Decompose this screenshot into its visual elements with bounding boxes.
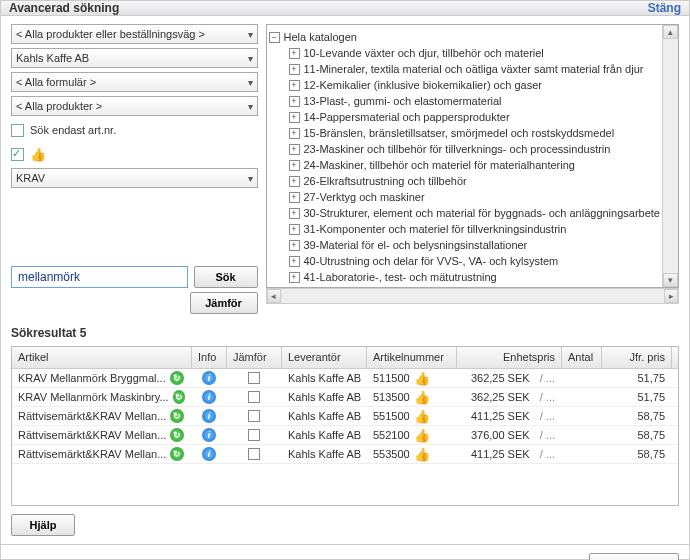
cell-compare[interactable]	[227, 448, 282, 460]
expand-icon[interactable]: +	[289, 128, 300, 139]
tree-item-label: 40-Utrustning och delar för VVS-, VA- oc…	[304, 255, 559, 267]
tree-item[interactable]: +11-Mineraler, textila material och oätl…	[269, 61, 661, 77]
artnr-only-label: Sök endast art.nr.	[30, 124, 116, 136]
compare-checkbox[interactable]	[248, 391, 260, 403]
tree-item[interactable]: +23-Maskiner och tillbehör för tillverkn…	[269, 141, 661, 157]
tree-root[interactable]: − Hela katalogen	[269, 29, 661, 45]
cell-info[interactable]: i	[192, 390, 227, 404]
expand-icon[interactable]: +	[289, 112, 300, 123]
tree-item[interactable]: +30-Strukturer, element och material för…	[269, 205, 661, 221]
thumb-up-icon: 👍	[414, 428, 430, 443]
col-qty[interactable]: Antal	[562, 347, 602, 368]
search-button[interactable]: Sök	[194, 266, 258, 288]
expand-icon[interactable]: +	[289, 208, 300, 219]
tree-item[interactable]: +40-Utrustning och delar för VVS-, VA- o…	[269, 253, 661, 269]
col-article[interactable]: Artikel	[12, 347, 192, 368]
status-green-icon: ↻	[173, 390, 185, 404]
tree-item[interactable]: +12-Kemikalier (inklusive biokemikalier)…	[269, 77, 661, 93]
compare-checkbox[interactable]	[248, 448, 260, 460]
tree-item[interactable]: +26-Elkraftsutrustning och tillbehör	[269, 173, 661, 189]
table-row[interactable]: KRAV Mellanmörk Bryggmal...↻iKahls Kaffe…	[12, 369, 678, 388]
expand-icon[interactable]: +	[289, 96, 300, 107]
scroll-up-icon[interactable]: ▴	[663, 25, 678, 39]
filter-keyword-select[interactable]: KRAV▾	[11, 168, 258, 188]
cell-info[interactable]: i	[192, 409, 227, 423]
filter-product-path-select[interactable]: < Alla produkter eller beställningsväg >…	[11, 24, 258, 44]
filter-product-path-value: < Alla produkter eller beställningsväg >	[16, 28, 205, 40]
filter-products-select[interactable]: < Alla produkter >▾	[11, 96, 258, 116]
cell-refprice: 58,75	[602, 429, 672, 441]
expand-icon[interactable]: +	[289, 160, 300, 171]
thumb-up-icon: 👍	[414, 390, 430, 405]
tree-item-label: 26-Elkraftsutrustning och tillbehör	[304, 175, 467, 187]
search-input[interactable]	[11, 266, 188, 288]
expand-icon[interactable]: +	[289, 224, 300, 235]
status-green-icon: ↻	[170, 371, 184, 385]
help-button[interactable]: Hjälp	[11, 514, 75, 536]
expand-icon[interactable]: +	[289, 80, 300, 91]
expand-icon[interactable]: +	[289, 256, 300, 267]
filter-supplier-value: Kahls Kaffe AB	[16, 52, 89, 64]
filter-panel: < Alla produkter eller beställningsväg >…	[11, 24, 258, 314]
cell-info[interactable]: i	[192, 447, 227, 461]
compare-checkbox[interactable]	[248, 372, 260, 384]
tree-item[interactable]: +31-Komponenter och materiel för tillver…	[269, 221, 661, 237]
scroll-down-icon[interactable]: ▾	[663, 273, 678, 287]
col-ref-price[interactable]: Jfr. pris	[602, 347, 672, 368]
info-icon: i	[202, 371, 216, 385]
chevron-down-icon: ▾	[248, 53, 253, 64]
tree-item[interactable]: +14-Pappersmaterial och pappersprodukter	[269, 109, 661, 125]
col-supplier[interactable]: Leverantör	[282, 347, 367, 368]
tree-item[interactable]: +27-Verktyg och maskiner	[269, 189, 661, 205]
expand-icon[interactable]: +	[289, 192, 300, 203]
cell-compare[interactable]	[227, 410, 282, 422]
filter-supplier-select[interactable]: Kahls Kaffe AB▾	[11, 48, 258, 68]
close-link[interactable]: Stäng	[648, 1, 681, 15]
tree-item-label: 14-Pappersmaterial och pappersprodukter	[304, 111, 510, 123]
tree-item[interactable]: +13-Plast-, gummi- och elastomermaterial	[269, 93, 661, 109]
cell-compare[interactable]	[227, 391, 282, 403]
scroll-left-icon[interactable]: ◂	[267, 289, 281, 303]
close-button[interactable]: Stäng	[589, 553, 679, 560]
cell-compare[interactable]	[227, 429, 282, 441]
tree-item[interactable]: +39-Material för el- och belysningsinsta…	[269, 237, 661, 253]
col-compare[interactable]: Jämför	[227, 347, 282, 368]
cell-refprice: 58,75	[602, 448, 672, 460]
scroll-right-icon[interactable]: ▸	[664, 289, 678, 303]
tree-item[interactable]: +24-Maskiner, tillbehör och materiel för…	[269, 157, 661, 173]
info-icon: i	[202, 390, 216, 404]
compare-checkbox[interactable]	[248, 429, 260, 441]
cell-refprice: 51,75	[602, 391, 672, 403]
expand-icon[interactable]: +	[289, 64, 300, 75]
collapse-icon[interactable]: −	[269, 32, 280, 43]
col-unit-price[interactable]: Enhetspris	[457, 347, 562, 368]
grid-header: Artikel Info Jämför Leverantör Artikelnu…	[12, 347, 678, 369]
table-row[interactable]: Rättvisemärkt&KRAV Mellan...↻iKahls Kaff…	[12, 426, 678, 445]
table-row[interactable]: KRAV Mellanmörk Maskinbry...↻iKahls Kaff…	[12, 388, 678, 407]
compare-button[interactable]: Jämför	[190, 292, 258, 314]
tree-hscrollbar[interactable]: ◂ ▸	[266, 288, 680, 304]
tree-item[interactable]: +42-Medicinsk utrustning, tillbehör och …	[269, 285, 661, 287]
expand-icon[interactable]: +	[289, 144, 300, 155]
filter-forms-select[interactable]: < Alla formulär >▾	[11, 72, 258, 92]
table-row[interactable]: Rättvisemärkt&KRAV Mellan...↻iKahls Kaff…	[12, 445, 678, 464]
artnr-only-checkbox[interactable]	[11, 124, 24, 137]
expand-icon[interactable]: +	[289, 240, 300, 251]
expand-icon[interactable]: +	[289, 176, 300, 187]
col-info[interactable]: Info	[192, 347, 227, 368]
cell-article: Rättvisemärkt&KRAV Mellan...↻	[12, 428, 192, 442]
table-row[interactable]: Rättvisemärkt&KRAV Mellan...↻iKahls Kaff…	[12, 407, 678, 426]
tree-item[interactable]: +10-Levande växter och djur, tillbehör o…	[269, 45, 661, 61]
compare-checkbox[interactable]	[248, 410, 260, 422]
expand-icon[interactable]: +	[289, 48, 300, 59]
tree-item[interactable]: +15-Bränslen, bränsletillsatser, smörjme…	[269, 125, 661, 141]
cell-info[interactable]: i	[192, 371, 227, 385]
chevron-down-icon: ▾	[248, 101, 253, 112]
tree-vscrollbar[interactable]: ▴ ▾	[662, 25, 678, 287]
expand-icon[interactable]: +	[289, 272, 300, 283]
col-artnum[interactable]: Artikelnummer	[367, 347, 457, 368]
tree-item[interactable]: +41-Laboratorie-, test- och mätutrustnin…	[269, 269, 661, 285]
thumb-filter-checkbox[interactable]	[11, 148, 24, 161]
cell-compare[interactable]	[227, 372, 282, 384]
cell-info[interactable]: i	[192, 428, 227, 442]
